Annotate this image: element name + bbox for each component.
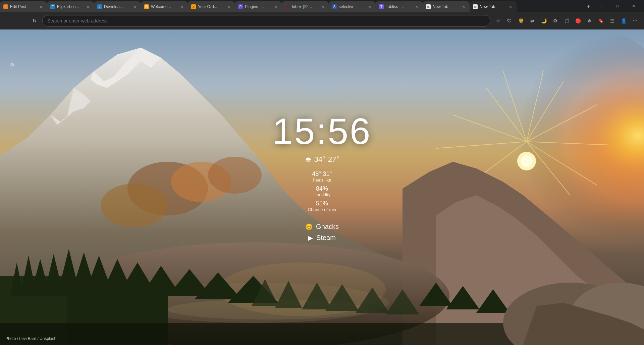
address-bar: ← → ↻ ☆🛡🦁⇄🌙⚙🎵🔴❄🔖☰👤⋯ — [0, 12, 644, 30]
tab-favicon: ⊕ — [426, 4, 431, 9]
address-input[interactable] — [42, 15, 490, 27]
tab-close-button[interactable]: ✕ — [226, 4, 231, 9]
bookmark-icon[interactable]: 🔖 — [596, 16, 606, 26]
tab-favicon: ✎ — [3, 4, 8, 9]
translate-icon[interactable]: ⇄ — [527, 16, 537, 26]
tab-tab5[interactable]: a Your Ord... ✕ — [188, 1, 235, 12]
tab-close-button[interactable]: ✕ — [461, 4, 466, 9]
tab-tab4[interactable]: W Welcome... ✕ — [141, 1, 188, 12]
quick-link-steam[interactable]: ▶ Steam — [308, 234, 336, 242]
tab-tab1[interactable]: ✎ Edit Post ✕ — [0, 1, 47, 12]
tab-bar: ✎ Edit Post ✕ F Flipkart.co... ✕ ↓ Downl… — [0, 0, 644, 12]
humidity-label: Humidity — [314, 192, 331, 197]
temp-high: 34° — [314, 155, 325, 164]
new-tab-page: ⚙ 15:56 🌧 34° 27° 48° 31° Feels like — [0, 30, 644, 345]
tab-favicon: S — [332, 4, 337, 9]
tab-close-button[interactable]: ✕ — [38, 4, 44, 9]
rain-chance-row: 55% Chance of rain — [308, 200, 336, 212]
extension5-icon[interactable]: ☰ — [607, 16, 617, 26]
tab-close-button[interactable]: ✕ — [367, 4, 372, 9]
forward-button[interactable]: → — [17, 16, 27, 26]
brave-icon[interactable]: 🦁 — [516, 16, 526, 26]
extension2-icon[interactable]: 🎵 — [561, 16, 572, 26]
tab-tab8[interactable]: S selective ✕ — [329, 1, 376, 12]
reload-button[interactable]: ↻ — [30, 16, 40, 26]
tab-label: Plugins -... — [245, 4, 271, 9]
tab-favicon: W — [144, 4, 149, 9]
tab-tab9[interactable]: T Tabliss -... ✕ — [376, 1, 423, 12]
tab-label: Edit Post — [10, 4, 36, 9]
toolbar-icons: ☆🛡🦁⇄🌙⚙🎵🔴❄🔖☰👤⋯ — [493, 16, 640, 26]
tab-label: selective — [339, 4, 365, 9]
tab-close-button[interactable]: ✕ — [508, 4, 513, 9]
quick-link-icon: 😊 — [305, 223, 313, 231]
tab-label: New Tab — [433, 4, 459, 9]
star-icon[interactable]: ☆ — [493, 16, 503, 26]
temp-low: 27° — [328, 155, 339, 164]
tab-favicon: T — [379, 4, 384, 9]
feels-like-low: 31° — [323, 170, 332, 177]
quick-link-label: Steam — [316, 234, 336, 242]
tab-tab6[interactable]: P Plugins -... ✕ — [235, 1, 282, 12]
quick-links: 😊 Ghacks ▶ Steam — [305, 223, 339, 242]
tab-tab3[interactable]: ↓ Downloa... ✕ — [94, 1, 141, 12]
tab-close-button[interactable]: ✕ — [179, 4, 184, 9]
maximize-button[interactable]: □ — [610, 1, 625, 11]
clock-display: 15:56 — [272, 113, 371, 150]
tab-label: Flipkart.co... — [57, 4, 83, 9]
tab-favicon: a — [191, 4, 196, 9]
extension3-icon[interactable]: 🔴 — [573, 16, 583, 26]
profile-icon[interactable]: 👤 — [619, 16, 629, 26]
feels-like-row: 48° 31° Feels like — [312, 170, 332, 183]
window-controls: − □ ✕ — [594, 1, 644, 12]
moon-icon[interactable]: 🌙 — [539, 16, 549, 26]
menu-icon[interactable]: ⋯ — [630, 16, 640, 26]
tab-favicon: F — [50, 4, 55, 9]
browser-frame: ✎ Edit Post ✕ F Flipkart.co... ✕ ↓ Downl… — [0, 0, 644, 345]
extension4-icon[interactable]: ❄ — [584, 16, 594, 26]
page-settings-button[interactable]: ⚙ — [7, 59, 17, 70]
shield-icon[interactable]: 🛡 — [504, 16, 515, 26]
tab-close-button[interactable]: ✕ — [414, 4, 419, 9]
tab-favicon: ⊕ — [473, 4, 478, 9]
tab-tab7[interactable]: M Inbox (22... ✕ — [282, 1, 329, 12]
humidity-value: 84% — [314, 185, 331, 192]
new-tab-button[interactable]: + — [584, 1, 594, 11]
feels-like-label: Feels like — [312, 178, 332, 183]
tab-close-button[interactable]: ✕ — [320, 4, 325, 9]
extension1-icon[interactable]: ⚙ — [550, 16, 560, 26]
tab-favicon: M — [285, 4, 290, 9]
tab-label: Tabliss -... — [386, 4, 412, 9]
quick-link-ghacks[interactable]: 😊 Ghacks — [305, 223, 339, 231]
minimize-button[interactable]: − — [594, 1, 609, 11]
tab-tab10[interactable]: ⊕ New Tab ✕ — [423, 1, 470, 12]
tab-close-button[interactable]: ✕ — [273, 4, 278, 9]
rain-chance-label: Chance of rain — [308, 207, 336, 212]
tab-tab11[interactable]: ⊕ New Tab ✕ — [470, 1, 517, 12]
tab-tab2[interactable]: F Flipkart.co... ✕ — [47, 1, 94, 12]
content-overlay: 15:56 🌧 34° 27° 48° 31° Feels like 84% H… — [0, 30, 644, 345]
tab-label: Inbox (22... — [292, 4, 318, 9]
quick-link-icon: ▶ — [308, 234, 313, 242]
weather-current: 🌧 34° 27° — [305, 155, 339, 164]
close-button[interactable]: ✕ — [626, 1, 641, 11]
tab-label: Downloa... — [104, 4, 130, 9]
humidity-row: 84% Humidity — [314, 185, 331, 197]
tab-favicon: P — [238, 4, 243, 9]
photo-credit: Photo / Levi Bare / Unsplash — [5, 336, 56, 341]
weather-icon: 🌧 — [305, 156, 312, 163]
tab-close-button[interactable]: ✕ — [85, 4, 91, 9]
tab-label: New Tab — [480, 4, 506, 9]
tab-label: Welcome... — [151, 4, 177, 9]
tab-label: Your Ord... — [198, 4, 224, 9]
feels-like-high: 48° — [312, 170, 321, 177]
rain-chance-value: 55% — [308, 200, 336, 207]
tab-favicon: ↓ — [97, 4, 102, 9]
tab-close-button[interactable]: ✕ — [132, 4, 138, 9]
quick-link-label: Ghacks — [316, 223, 339, 231]
back-button[interactable]: ← — [4, 16, 14, 26]
